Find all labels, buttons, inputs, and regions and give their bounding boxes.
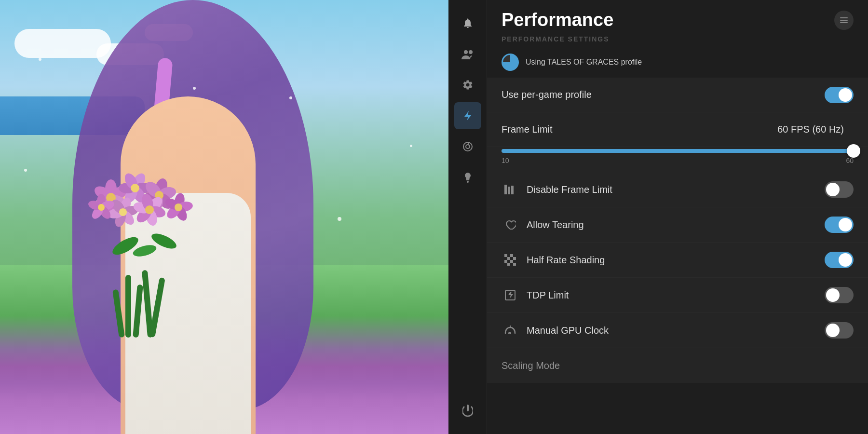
profile-row: Using TALES OF GRACES profile	[487, 47, 868, 78]
svg-rect-63	[504, 260, 507, 263]
main-panel: Performance PERFORMANCE SETTINGS Using T…	[487, 0, 868, 434]
stem-1	[125, 275, 131, 338]
svg-point-30	[119, 208, 127, 216]
svg-point-52	[463, 142, 472, 151]
panel-subtitle: PERFORMANCE SETTINGS	[487, 35, 868, 47]
slider-track	[502, 149, 854, 153]
svg-rect-60	[510, 254, 513, 257]
held-flowers	[77, 169, 222, 338]
heart-icon	[502, 216, 519, 233]
svg-rect-59	[504, 254, 507, 257]
sidebar-icon-performance[interactable]	[454, 102, 481, 129]
svg-rect-62	[513, 257, 516, 260]
header-menu-button[interactable]	[834, 11, 854, 30]
slider-fill	[502, 149, 854, 153]
setting-label-disable-frame-limit: Disable Frame Limit	[527, 184, 817, 195]
toggle-half-rate-shading[interactable]	[825, 252, 854, 268]
slider-min-label: 10	[502, 157, 509, 164]
svg-point-2	[132, 243, 157, 258]
sparkle-3	[24, 169, 27, 172]
setting-label-manual-gpu-clock: Manual GPU Clock	[527, 325, 817, 336]
setting-row-tdp-limit: TDP Limit	[487, 278, 868, 313]
stem-2	[133, 285, 143, 338]
svg-rect-64	[510, 260, 513, 263]
svg-rect-65	[507, 263, 510, 266]
svg-rect-55	[467, 405, 469, 411]
svg-point-49	[175, 203, 182, 211]
dial-icon	[502, 322, 519, 339]
svg-point-50	[464, 50, 468, 54]
flower-bunch-svg	[77, 169, 222, 275]
setting-label-frame-limit: Frame Limit	[502, 124, 770, 135]
toggle-manual-gpu-clock[interactable]	[825, 322, 854, 339]
svg-point-16	[131, 184, 139, 192]
panel-content: Using TALES OF GRACES profile Use per-ga…	[487, 47, 868, 434]
svg-point-51	[469, 50, 473, 54]
toggle-knob-disable-frame-limit	[826, 183, 840, 196]
toggle-knob-allow-tearing	[839, 218, 852, 231]
sparkle-1	[39, 58, 41, 61]
sparkle-6	[410, 145, 412, 147]
settings-section: Use per-game profile Frame Limit 60 FPS …	[487, 78, 868, 383]
sparkle-5	[193, 87, 196, 90]
sidebar	[448, 0, 487, 434]
toggle-knob-per-game-profile	[839, 88, 852, 102]
game-screenshot	[0, 0, 448, 434]
tdp-icon	[502, 286, 519, 304]
bars-icon	[502, 181, 519, 198]
slider-container: 10 60	[487, 147, 868, 172]
slider-max-label: 60	[846, 157, 854, 164]
svg-point-43	[98, 204, 105, 211]
profile-icon	[502, 54, 519, 71]
toggle-knob-tdp-limit	[826, 288, 840, 302]
toggle-allow-tearing[interactable]	[825, 217, 854, 233]
sparkle-4	[338, 217, 341, 221]
slider-thumb[interactable]	[847, 144, 860, 158]
setting-label-allow-tearing: Allow Tearing	[527, 219, 817, 231]
setting-row-frame-limit: Frame Limit 60 FPS (60 Hz)	[487, 112, 868, 147]
toggle-knob-half-rate-shading	[839, 253, 852, 267]
toggle-per-game-profile[interactable]	[825, 87, 854, 103]
svg-rect-61	[507, 257, 510, 260]
sidebar-icon-friends[interactable]	[454, 41, 481, 68]
setting-label-per-game-profile: Use per-game profile	[502, 89, 817, 100]
sidebar-icon-help[interactable]	[454, 164, 481, 191]
toggle-tdp-limit[interactable]	[825, 287, 854, 303]
sidebar-icon-settings[interactable]	[454, 71, 481, 98]
toggle-disable-frame-limit[interactable]	[825, 181, 854, 198]
sparkle-2	[289, 96, 292, 99]
setting-row-disable-frame-limit: Disable Frame Limit	[487, 172, 868, 207]
svg-rect-58	[511, 186, 514, 194]
setting-label-half-rate-shading: Half Rate Shading	[527, 255, 817, 266]
setting-row-manual-gpu-clock: Manual GPU Clock	[487, 313, 868, 348]
svg-rect-57	[508, 187, 510, 194]
setting-row-scaling-mode: Scaling Mode	[487, 348, 868, 383]
panel-title: Performance	[502, 10, 613, 30]
checkerboard-icon	[502, 251, 519, 269]
stem-5	[112, 289, 125, 338]
setting-label-scaling-mode: Scaling Mode	[502, 360, 854, 371]
svg-point-54	[467, 181, 469, 183]
svg-point-37	[145, 205, 154, 214]
svg-rect-66	[513, 263, 516, 266]
sidebar-icon-power[interactable]	[454, 397, 481, 424]
setting-row-per-game-profile: Use per-game profile	[487, 78, 868, 112]
sidebar-icon-notification[interactable]	[454, 10, 481, 37]
sidebar-icon-music[interactable]	[454, 133, 481, 160]
panel-header: Performance	[487, 0, 868, 35]
setting-label-tdp-limit: TDP Limit	[527, 290, 817, 301]
stem-4	[149, 277, 165, 338]
profile-label: Using TALES OF GRACES profile	[526, 58, 642, 67]
toggle-knob-manual-gpu-clock	[826, 324, 840, 337]
slider-labels: 10 60	[502, 157, 854, 164]
svg-rect-56	[504, 185, 507, 194]
setting-row-half-rate-shading: Half Rate Shading	[487, 243, 868, 278]
setting-value-frame-limit: 60 FPS (60 Hz)	[777, 124, 844, 135]
setting-row-allow-tearing: Allow Tearing	[487, 207, 868, 243]
